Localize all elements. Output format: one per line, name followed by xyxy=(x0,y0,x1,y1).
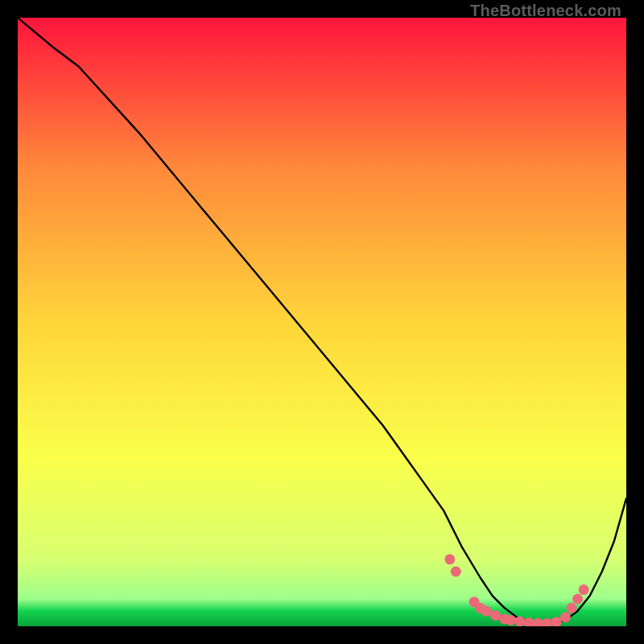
data-marker xyxy=(567,603,577,613)
data-marker xyxy=(481,606,492,617)
chart-frame: TheBottleneck.com xyxy=(0,0,644,644)
data-marker xyxy=(560,612,571,622)
data-marker xyxy=(579,584,589,595)
plot-area xyxy=(18,18,626,626)
data-marker xyxy=(490,610,501,621)
data-marker xyxy=(514,617,525,627)
data-marker xyxy=(506,615,516,625)
data-marker xyxy=(451,567,461,577)
data-marker xyxy=(572,594,583,605)
data-marker xyxy=(444,554,455,564)
gradient-bg xyxy=(18,18,626,626)
chart-svg xyxy=(18,18,626,626)
watermark-text: TheBottleneck.com xyxy=(470,2,621,20)
